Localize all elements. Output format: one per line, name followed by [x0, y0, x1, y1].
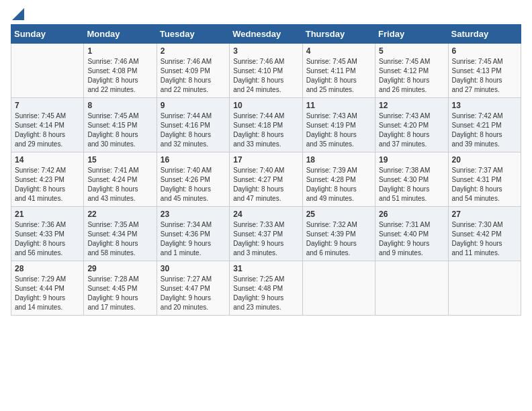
calendar-week-row: 7Sunrise: 7:45 AM Sunset: 4:14 PM Daylig…: [11, 98, 521, 152]
calendar-cell: 24Sunrise: 7:33 AM Sunset: 4:37 PM Dayli…: [230, 207, 302, 261]
calendar-cell: 18Sunrise: 7:39 AM Sunset: 4:28 PM Dayli…: [302, 152, 375, 207]
header-friday: Friday: [375, 25, 448, 44]
calendar-cell: 4Sunrise: 7:45 AM Sunset: 4:11 PM Daylig…: [302, 44, 375, 98]
day-number: 15: [87, 155, 152, 165]
day-info: Sunrise: 7:29 AM Sunset: 4:44 PM Dayligh…: [15, 275, 80, 312]
day-info: Sunrise: 7:40 AM Sunset: 4:27 PM Dayligh…: [233, 166, 298, 203]
calendar-cell: 8Sunrise: 7:45 AM Sunset: 4:15 PM Daylig…: [84, 98, 157, 152]
calendar-cell: 29Sunrise: 7:28 AM Sunset: 4:45 PM Dayli…: [84, 261, 157, 316]
calendar-cell: 27Sunrise: 7:30 AM Sunset: 4:42 PM Dayli…: [448, 207, 521, 261]
day-number: 26: [379, 210, 444, 219]
day-number: 23: [161, 210, 226, 219]
day-info: Sunrise: 7:45 AM Sunset: 4:14 PM Dayligh…: [15, 111, 80, 149]
calendar-cell: 25Sunrise: 7:32 AM Sunset: 4:39 PM Dayli…: [302, 207, 375, 261]
day-info: Sunrise: 7:41 AM Sunset: 4:24 PM Dayligh…: [87, 166, 152, 203]
day-info: Sunrise: 7:28 AM Sunset: 4:45 PM Dayligh…: [87, 275, 152, 312]
day-number: 14: [15, 155, 80, 165]
logo: [11, 11, 24, 17]
calendar-week-row: 21Sunrise: 7:36 AM Sunset: 4:33 PM Dayli…: [11, 207, 521, 261]
calendar-cell: 14Sunrise: 7:42 AM Sunset: 4:23 PM Dayli…: [11, 152, 84, 207]
day-info: Sunrise: 7:46 AM Sunset: 4:09 PM Dayligh…: [161, 57, 226, 95]
calendar-week-row: 28Sunrise: 7:29 AM Sunset: 4:44 PM Dayli…: [11, 261, 521, 316]
day-info: Sunrise: 7:45 AM Sunset: 4:12 PM Dayligh…: [379, 57, 444, 95]
header-thursday: Thursday: [302, 25, 375, 44]
day-number: 29: [87, 264, 152, 273]
header-tuesday: Tuesday: [157, 25, 229, 44]
header-saturday: Saturday: [448, 25, 521, 44]
day-info: Sunrise: 7:45 AM Sunset: 4:11 PM Dayligh…: [306, 57, 371, 95]
calendar-table: SundayMondayTuesdayWednesdayThursdayFrid…: [11, 24, 521, 316]
day-info: Sunrise: 7:32 AM Sunset: 4:39 PM Dayligh…: [306, 220, 371, 258]
day-number: 28: [15, 264, 80, 273]
day-info: Sunrise: 7:37 AM Sunset: 4:31 PM Dayligh…: [452, 166, 517, 203]
calendar-cell: [448, 261, 521, 316]
day-info: Sunrise: 7:43 AM Sunset: 4:20 PM Dayligh…: [379, 111, 444, 149]
day-info: Sunrise: 7:40 AM Sunset: 4:26 PM Dayligh…: [161, 166, 226, 203]
day-number: 10: [233, 101, 298, 110]
calendar-cell: 7Sunrise: 7:45 AM Sunset: 4:14 PM Daylig…: [11, 98, 84, 152]
day-number: 8: [87, 101, 152, 110]
calendar-week-row: 14Sunrise: 7:42 AM Sunset: 4:23 PM Dayli…: [11, 152, 521, 207]
day-info: Sunrise: 7:30 AM Sunset: 4:42 PM Dayligh…: [452, 220, 517, 258]
day-info: Sunrise: 7:45 AM Sunset: 4:13 PM Dayligh…: [452, 57, 517, 95]
day-info: Sunrise: 7:31 AM Sunset: 4:40 PM Dayligh…: [379, 220, 444, 258]
header-wednesday: Wednesday: [230, 25, 302, 44]
day-info: Sunrise: 7:35 AM Sunset: 4:34 PM Dayligh…: [87, 220, 152, 258]
calendar-cell: 19Sunrise: 7:38 AM Sunset: 4:30 PM Dayli…: [375, 152, 448, 207]
day-number: 31: [233, 264, 298, 273]
day-number: 20: [452, 155, 517, 165]
day-number: 21: [15, 210, 80, 219]
calendar-cell: [302, 261, 375, 316]
day-number: 7: [15, 101, 80, 110]
day-info: Sunrise: 7:33 AM Sunset: 4:37 PM Dayligh…: [233, 220, 298, 258]
day-number: 13: [452, 101, 517, 110]
day-number: 22: [87, 210, 152, 219]
day-number: 19: [379, 155, 444, 165]
calendar-cell: 21Sunrise: 7:36 AM Sunset: 4:33 PM Dayli…: [11, 207, 84, 261]
calendar-week-row: 1Sunrise: 7:46 AM Sunset: 4:08 PM Daylig…: [11, 44, 521, 98]
day-info: Sunrise: 7:34 AM Sunset: 4:36 PM Dayligh…: [161, 220, 226, 258]
calendar-cell: 6Sunrise: 7:45 AM Sunset: 4:13 PM Daylig…: [448, 44, 521, 98]
calendar-cell: 26Sunrise: 7:31 AM Sunset: 4:40 PM Dayli…: [375, 207, 448, 261]
calendar-cell: 22Sunrise: 7:35 AM Sunset: 4:34 PM Dayli…: [84, 207, 157, 261]
day-info: Sunrise: 7:43 AM Sunset: 4:19 PM Dayligh…: [306, 111, 371, 149]
calendar-cell: [375, 261, 448, 316]
day-info: Sunrise: 7:44 AM Sunset: 4:16 PM Dayligh…: [161, 111, 226, 149]
calendar-header-row: SundayMondayTuesdayWednesdayThursdayFrid…: [11, 25, 521, 44]
day-info: Sunrise: 7:36 AM Sunset: 4:33 PM Dayligh…: [15, 220, 80, 258]
day-number: 25: [306, 210, 371, 219]
calendar-cell: 20Sunrise: 7:37 AM Sunset: 4:31 PM Dayli…: [448, 152, 521, 207]
calendar-cell: 23Sunrise: 7:34 AM Sunset: 4:36 PM Dayli…: [157, 207, 229, 261]
day-info: Sunrise: 7:27 AM Sunset: 4:47 PM Dayligh…: [161, 275, 226, 312]
day-info: Sunrise: 7:46 AM Sunset: 4:08 PM Dayligh…: [87, 57, 152, 95]
day-number: 3: [233, 46, 298, 56]
day-number: 4: [306, 46, 371, 56]
calendar-cell: [11, 44, 84, 98]
day-number: 16: [161, 155, 226, 165]
day-info: Sunrise: 7:39 AM Sunset: 4:28 PM Dayligh…: [306, 166, 371, 203]
day-number: 24: [233, 210, 298, 219]
calendar-cell: 16Sunrise: 7:40 AM Sunset: 4:26 PM Dayli…: [157, 152, 229, 207]
calendar-cell: 30Sunrise: 7:27 AM Sunset: 4:47 PM Dayli…: [157, 261, 229, 316]
day-number: 1: [87, 46, 152, 56]
calendar-cell: 1Sunrise: 7:46 AM Sunset: 4:08 PM Daylig…: [84, 44, 157, 98]
day-number: 9: [161, 101, 226, 110]
calendar-cell: 10Sunrise: 7:44 AM Sunset: 4:18 PM Dayli…: [230, 98, 302, 152]
day-number: 17: [233, 155, 298, 165]
header-monday: Monday: [84, 25, 157, 44]
day-info: Sunrise: 7:42 AM Sunset: 4:21 PM Dayligh…: [452, 111, 517, 149]
day-number: 27: [452, 210, 517, 219]
logo-icon: [12, 8, 24, 20]
calendar-cell: 3Sunrise: 7:46 AM Sunset: 4:10 PM Daylig…: [230, 44, 302, 98]
day-number: 18: [306, 155, 371, 165]
calendar-cell: 2Sunrise: 7:46 AM Sunset: 4:09 PM Daylig…: [157, 44, 229, 98]
calendar-cell: 31Sunrise: 7:25 AM Sunset: 4:48 PM Dayli…: [230, 261, 302, 316]
calendar-cell: 13Sunrise: 7:42 AM Sunset: 4:21 PM Dayli…: [448, 98, 521, 152]
calendar-cell: 5Sunrise: 7:45 AM Sunset: 4:12 PM Daylig…: [375, 44, 448, 98]
calendar-cell: 9Sunrise: 7:44 AM Sunset: 4:16 PM Daylig…: [157, 98, 229, 152]
day-info: Sunrise: 7:38 AM Sunset: 4:30 PM Dayligh…: [379, 166, 444, 203]
day-number: 5: [379, 46, 444, 56]
day-number: 11: [306, 101, 371, 110]
day-info: Sunrise: 7:46 AM Sunset: 4:10 PM Dayligh…: [233, 57, 298, 95]
day-number: 12: [379, 101, 444, 110]
